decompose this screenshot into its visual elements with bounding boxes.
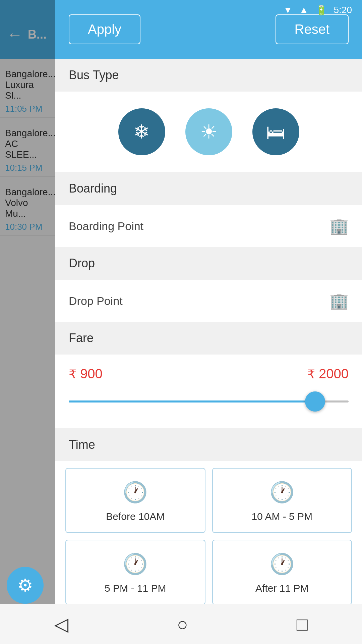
battery-icon: 🔋: [315, 5, 327, 16]
fare-min-value: 900: [80, 366, 103, 381]
fare-max: ₹ 2000: [307, 366, 349, 381]
bus-type-options: ❄ ☀ 🛏: [55, 92, 362, 172]
clock-icon-4: 🕐: [269, 552, 295, 576]
time-card-after-11pm[interactable]: 🕐 After 11 PM: [212, 540, 352, 605]
sun-icon: ☀: [200, 120, 218, 143]
slider-fill: [69, 400, 315, 402]
rupee-min-icon: ₹: [69, 367, 76, 381]
drop-header: Drop: [55, 247, 362, 280]
fare-values: ₹ 900 ₹ 2000: [69, 366, 349, 381]
ac-icon: ❄: [133, 120, 150, 143]
gear-button[interactable]: ⚙: [7, 567, 44, 604]
wifi-icon: ▼: [283, 5, 293, 15]
bus-type-sleeper-button[interactable]: 🛏: [252, 108, 299, 155]
time-label-1: Before 10AM: [106, 511, 165, 522]
time-grid: 🕐 Before 10AM 🕐 10 AM - 5 PM 🕐 5 PM - 11…: [65, 468, 352, 605]
gear-icon: ⚙: [17, 575, 33, 595]
time-label-3: 5 PM - 11 PM: [105, 583, 166, 594]
time-label-2: 10 AM - 5 PM: [251, 511, 312, 522]
time-header: Time: [55, 428, 362, 461]
time-display: 5:20: [334, 5, 352, 15]
boarding-point-label: Boarding Point: [69, 220, 143, 233]
sleeper-icon: 🛏: [266, 121, 286, 143]
nav-recent-button[interactable]: □: [297, 613, 308, 635]
fare-min: ₹ 900: [69, 366, 103, 381]
bus-type-ac-button[interactable]: ❄: [118, 108, 165, 155]
time-card-10am-5pm[interactable]: 🕐 10 AM - 5 PM: [212, 468, 352, 533]
drop-point-row[interactable]: Drop Point 🏢: [55, 280, 362, 322]
slider-thumb[interactable]: [305, 391, 325, 412]
filter-panel: Apply Reset Bus Type ❄ ☀ 🛏 Boarding Boar…: [55, 0, 362, 644]
boarding-section: Boarding Boarding Point 🏢: [55, 172, 362, 247]
drop-section: Drop Drop Point 🏢: [55, 247, 362, 322]
drop-building-icon: 🏢: [329, 292, 349, 310]
fare-section: ₹ 900 ₹ 2000: [55, 355, 362, 428]
clock-icon-2: 🕐: [269, 480, 295, 504]
nav-bar: ◁ ○ □: [0, 604, 362, 644]
boarding-header: Boarding: [55, 172, 362, 205]
fare-slider-container[interactable]: [69, 391, 349, 412]
clock-icon-1: 🕐: [123, 480, 148, 504]
time-label-4: After 11 PM: [255, 583, 308, 594]
time-card-5pm-11pm[interactable]: 🕐 5 PM - 11 PM: [65, 540, 205, 605]
bus-type-header: Bus Type: [55, 59, 362, 92]
slider-track: [69, 400, 349, 402]
bus-type-non-ac-button[interactable]: ☀: [185, 108, 232, 155]
time-card-before-10am[interactable]: 🕐 Before 10AM: [65, 468, 205, 533]
fare-max-value: 2000: [319, 366, 349, 381]
clock-icon-3: 🕐: [123, 552, 148, 576]
signal-icon: ▲: [299, 5, 309, 15]
status-bar: ▼ ▲ 🔋 5:20: [0, 0, 362, 20]
boarding-building-icon: 🏢: [329, 217, 349, 235]
time-section: 🕐 Before 10AM 🕐 10 AM - 5 PM 🕐 5 PM - 11…: [55, 468, 362, 618]
boarding-point-row[interactable]: Boarding Point 🏢: [55, 205, 362, 247]
nav-back-button[interactable]: ◁: [54, 613, 68, 635]
nav-home-button[interactable]: ○: [177, 613, 188, 635]
background-overlay: [0, 0, 55, 644]
rupee-max-icon: ₹: [307, 367, 315, 381]
fare-header: Fare: [55, 322, 362, 355]
drop-point-label: Drop Point: [69, 294, 123, 308]
